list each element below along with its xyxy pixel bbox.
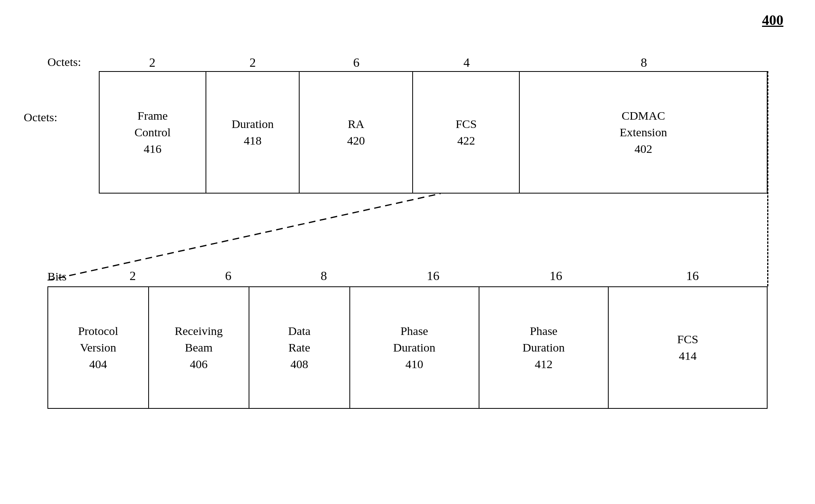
diagram-container: Octets: 2 2 6 4 8 FrameControl416 Durati… — [24, 24, 791, 480]
fcs-bottom-cell: FCS414 — [609, 287, 767, 408]
fcs-top-cell: FCS422 — [413, 72, 520, 193]
bits-label: Bits — [47, 270, 85, 283]
bottom-frame: ProtocolVersion404 ReceivingBeam406 Data… — [47, 286, 768, 409]
duration-cell: Duration418 — [206, 72, 300, 193]
octet-val-1: 2 — [99, 55, 206, 70]
bit-val-4: 16 — [372, 269, 494, 283]
diagonal-dashed-svg — [47, 194, 768, 280]
bit-val-2: 6 — [181, 269, 276, 283]
cdmac-cell: CDMACExtension402 — [520, 72, 767, 193]
data-rate-cell: DataRate408 — [249, 287, 350, 408]
protocol-version-cell: ProtocolVersion404 — [48, 287, 149, 408]
bit-val-3: 8 — [276, 269, 372, 283]
phase-duration-410-cell: PhaseDuration410 — [350, 287, 479, 408]
octets-text: Octets: — [24, 111, 57, 124]
top-frame: FrameControl416 Duration418 RA420 FCS422… — [99, 71, 768, 194]
receiving-beam-cell: ReceivingBeam406 — [149, 287, 250, 408]
bits-row: Bits 2 6 8 16 16 16 — [47, 269, 768, 286]
phase-duration-412-cell: PhaseDuration412 — [479, 287, 609, 408]
svg-line-0 — [47, 194, 441, 280]
ra-cell: RA420 — [300, 72, 413, 193]
octet-val-5: 8 — [520, 55, 768, 70]
bit-val-6: 16 — [617, 269, 768, 283]
bit-val-1: 2 — [85, 269, 181, 283]
octet-val-3: 6 — [300, 55, 413, 70]
bit-val-5: 16 — [494, 269, 617, 283]
octet-val-4: 4 — [413, 55, 520, 70]
octets-label: Octets: — [47, 55, 99, 69]
octet-val-2: 2 — [206, 55, 300, 70]
frame-control-cell: FrameControl416 — [100, 72, 206, 193]
